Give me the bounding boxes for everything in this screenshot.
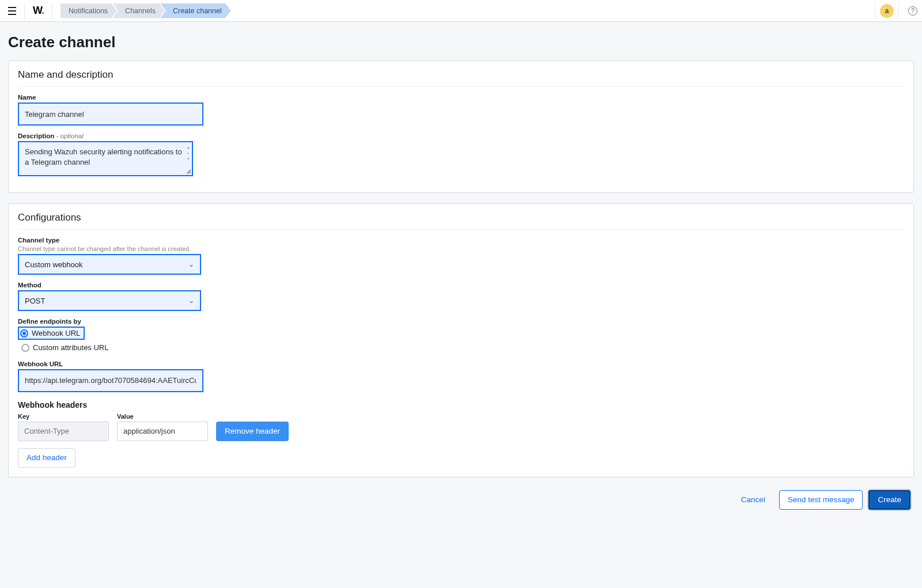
section-heading: Name and description bbox=[18, 69, 904, 87]
name-input[interactable] bbox=[19, 104, 202, 124]
panel-name-description: Name and description Name Description - … bbox=[8, 60, 914, 193]
divider bbox=[875, 3, 875, 19]
breadcrumb: Notifications Channels Create channel bbox=[61, 3, 226, 18]
remove-header-button[interactable]: Remove header bbox=[216, 422, 289, 441]
radio-label: Webhook URL bbox=[32, 329, 80, 337]
radio-unchecked-icon bbox=[21, 344, 29, 352]
radio-custom-attributes-url[interactable]: Custom attributes URL bbox=[18, 342, 112, 353]
method-select[interactable]: POST ⌄ bbox=[18, 290, 201, 311]
endpoints-label: Define endpoints by bbox=[18, 318, 904, 325]
name-label: Name bbox=[18, 94, 904, 101]
webhook-url-input[interactable] bbox=[19, 370, 202, 391]
chevron-down-icon: ⌄ bbox=[188, 260, 194, 268]
avatar[interactable]: a bbox=[880, 4, 894, 18]
hamburger-icon[interactable] bbox=[5, 3, 20, 18]
header-value-label: Value bbox=[117, 413, 208, 420]
breadcrumb-item-current[interactable]: Create channel bbox=[160, 3, 231, 18]
divider bbox=[898, 3, 899, 19]
header-key-input bbox=[18, 422, 109, 441]
channel-type-value: Custom webhook bbox=[25, 260, 82, 269]
textarea-resize-icon[interactable]: ◢ bbox=[186, 168, 191, 174]
header-row: Key Value Remove header bbox=[18, 413, 904, 441]
send-test-message-button[interactable]: Send test message bbox=[779, 490, 863, 510]
panel-configurations: Configurations Channel type Channel type… bbox=[8, 203, 914, 477]
app-logo[interactable]: W. bbox=[29, 5, 47, 17]
description-textarea[interactable]: Sending Wazuh security alerting notifica… bbox=[19, 142, 192, 173]
breadcrumb-item[interactable]: Notifications bbox=[61, 3, 117, 18]
channel-type-label: Channel type bbox=[18, 237, 904, 244]
channel-type-select[interactable]: Custom webhook ⌄ bbox=[18, 254, 201, 275]
add-header-button[interactable]: Add header bbox=[18, 448, 75, 468]
section-heading: Configurations bbox=[18, 212, 904, 230]
create-button[interactable]: Create bbox=[868, 490, 910, 510]
method-label: Method bbox=[18, 282, 904, 289]
divider bbox=[52, 3, 52, 19]
textarea-handles-icon: ▴•▾ bbox=[187, 145, 190, 161]
method-value: POST bbox=[25, 297, 45, 305]
chevron-down-icon: ⌄ bbox=[188, 297, 194, 305]
radio-label: Custom attributes URL bbox=[33, 343, 109, 352]
topbar: W. Notifications Channels Create channel… bbox=[0, 0, 922, 22]
radio-webhook-url[interactable]: Webhook URL bbox=[18, 327, 85, 340]
footer-actions: Cancel Send test message Create bbox=[8, 488, 914, 513]
breadcrumb-item[interactable]: Channels bbox=[112, 3, 165, 18]
channel-type-help: Channel type cannot be changed after the… bbox=[18, 245, 904, 252]
page-title: Create channel bbox=[8, 33, 914, 51]
cancel-button[interactable]: Cancel bbox=[733, 490, 773, 510]
help-icon[interactable]: ? bbox=[908, 6, 917, 16]
webhook-url-label: Webhook URL bbox=[18, 361, 904, 367]
radio-checked-icon bbox=[20, 329, 28, 337]
header-value-input[interactable] bbox=[117, 422, 208, 441]
header-key-label: Key bbox=[18, 413, 109, 420]
description-label: Description - optional bbox=[18, 132, 904, 139]
divider bbox=[24, 3, 25, 19]
webhook-headers-heading: Webhook headers bbox=[18, 400, 904, 409]
